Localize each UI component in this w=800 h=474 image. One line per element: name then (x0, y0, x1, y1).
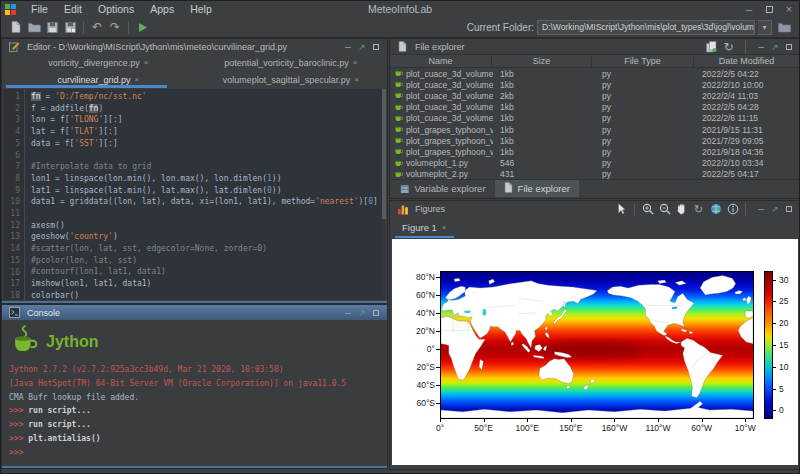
table-row[interactable]: plot_cuace_3d_volume_...2kbpy2022/2/4 11… (391, 90, 799, 101)
close-figure-tab-icon[interactable]: × (442, 223, 447, 232)
file-name: plot_cuace_3d_volume-... (406, 69, 493, 79)
close-tab-icon[interactable]: × (353, 58, 358, 67)
code-line: f = addfile(fn) (31, 103, 386, 115)
column-header-size[interactable]: Size (492, 55, 592, 67)
close-tab-icon[interactable]: × (144, 58, 149, 67)
editor-tab-vorticity_divergence[interactable]: vorticity_divergence.py× (2, 54, 195, 71)
x-tick-mark (571, 419, 572, 422)
menu-apps[interactable]: Apps (142, 3, 182, 15)
file-size: 1kb (493, 147, 593, 157)
undo-icon[interactable]: ↶ (88, 18, 106, 36)
close-tab-icon[interactable]: × (354, 75, 359, 84)
table-row[interactable]: plot_grapes_typhoon_v...1kbpy2021/9/15 1… (391, 124, 799, 135)
rotate-icon[interactable]: ↻ (690, 202, 707, 217)
python-file-icon (394, 90, 403, 101)
console-line: CMA Bufr lookup file added. (9, 391, 380, 405)
editor-vertical-scrollbar[interactable] (382, 89, 386, 298)
figures-header-buttons: –↗ (754, 202, 796, 216)
zoom-out-icon[interactable] (656, 202, 673, 217)
y-tick-label: 40°N (394, 308, 435, 318)
table-row[interactable]: plot_cuace_3d_volume_s...1kbpy2022/2/6 1… (391, 113, 799, 124)
zoom-in-icon[interactable] (639, 202, 656, 217)
redo-icon[interactable]: ↷ (106, 18, 124, 36)
select-arrow-icon[interactable] (613, 202, 630, 217)
code-line: lon1 = linspace(lon.min(), lon.max(), lo… (31, 173, 386, 185)
menu-help[interactable]: Help (182, 3, 220, 15)
new-file-icon[interactable] (7, 18, 25, 36)
column-header-date-modified[interactable]: Date Modified (694, 55, 800, 67)
toolbar-separator (128, 21, 129, 34)
save-icon[interactable] (43, 18, 61, 36)
console-line: [Java HotSpot(TM) 64-Bit Server VM (Orac… (9, 377, 380, 391)
column-header-name[interactable]: Name (390, 55, 492, 67)
pan-hand-icon[interactable] (673, 202, 690, 217)
table-row[interactable]: plot_cuace_3d_volume-...1kbpy2022/2/5 04… (391, 68, 799, 79)
maximize-button[interactable] (369, 306, 383, 320)
grid-table-icon: ▦ (400, 183, 409, 195)
file-name: plot_grapes_typhoon_v... (406, 147, 493, 157)
table-row[interactable]: plot_cuace_3d_volume.py1kbpy2022/2/10 10… (391, 79, 799, 90)
menu-options[interactable]: Options (90, 3, 142, 15)
editor-title: Editor - D:\Working\MIScript\Jython\mis\… (27, 42, 287, 52)
menu-file[interactable]: File (23, 3, 56, 15)
line-number: 10 (3, 196, 20, 208)
minimize-button[interactable]: – (754, 40, 768, 54)
figure-area[interactable]: 0°50°E100°E150°E160°W110°W60°W10°W80°N60… (392, 239, 798, 465)
identify-icon[interactable] (724, 202, 741, 217)
file-icon (504, 182, 513, 195)
minimize-button[interactable]: – (341, 40, 355, 54)
figure-tab[interactable]: Figure 1 × (395, 217, 454, 238)
table-row[interactable]: volumeplot_2.py431py2022/2/5 04:17 (391, 169, 799, 179)
editor-horizontal-scrollbar[interactable] (2, 301, 387, 303)
refresh-icon[interactable]: ↻ (720, 39, 737, 54)
file-table: plot_cuace_3d_volume-...1kbpy2022/2/5 04… (391, 68, 799, 179)
float-button[interactable]: ↗ (768, 40, 782, 54)
table-row[interactable]: plot_cuace_3d_volume_...1kbpy2022/2/5 04… (391, 102, 799, 113)
editor-header: Editor - D:\Working\MIScript\Jython\mis\… (2, 39, 387, 54)
x-tick-label: 10°W (729, 423, 761, 433)
code-line: #Interpolate data to grid (31, 161, 386, 173)
chevron-down-icon[interactable]: ▾ (758, 20, 772, 35)
column-header-file-type[interactable]: File Type (592, 55, 694, 67)
figures-title: Figures (415, 204, 445, 214)
line-number: 1 (3, 91, 20, 103)
code-line (31, 208, 386, 220)
editor-tab-volumeplot_sagittal_specular[interactable]: volumeplot_sagittal_specular.py× (195, 71, 388, 88)
float-button[interactable]: ↗ (355, 306, 369, 320)
table-row[interactable]: volumeplot_1.py546py2022/2/10 03:34 (391, 158, 799, 169)
minimize-button[interactable]: – (754, 202, 768, 216)
colorbar-tick-label: 30 (779, 275, 788, 285)
maximize-button[interactable] (782, 202, 796, 216)
minimize-button[interactable]: – (341, 306, 355, 320)
run-icon[interactable] (133, 18, 151, 36)
float-button[interactable]: ↗ (355, 40, 369, 54)
copy-file-icon[interactable] (703, 39, 720, 54)
editor-tab-label: volumeplot_sagittal_specular.py (223, 75, 351, 85)
table-row[interactable]: plot_grapes_typhoon_v...1kbpy2021/7/29 0… (391, 135, 799, 146)
editor-tab-potential_vorticity_baroclinic[interactable]: potential_vorticity_baroclinic.py× (195, 54, 388, 71)
open-folder-icon[interactable] (25, 18, 43, 36)
float-button[interactable]: ↗ (768, 202, 782, 216)
toolbar-separator (83, 21, 84, 34)
table-row[interactable]: plot_grapes_typhoon_v...1kbpy2021/9/18 0… (391, 146, 799, 157)
globe-icon[interactable] (707, 202, 724, 217)
maximize-button[interactable] (759, 1, 779, 17)
maximize-button[interactable] (782, 40, 796, 54)
file-type: py (593, 125, 695, 135)
console-output[interactable]: Jython Jython 2.7.2 (v2.7.2:925a3cc3b49d… (3, 320, 386, 465)
colorbar-tick-mark (773, 301, 776, 302)
close-tab-icon[interactable]: × (134, 75, 139, 84)
line-number: 7 (3, 161, 20, 173)
browse-folder-icon[interactable] (775, 18, 793, 36)
current-folder-combobox[interactable]: D:\Working\MIScript\Jython\mis\plot_type… (537, 20, 755, 35)
menu-edit[interactable]: Edit (56, 3, 90, 15)
editor-tab-curvilinear_grid[interactable]: curvilinear_grid.py× (2, 71, 195, 88)
minimize-button[interactable]: – (739, 1, 759, 17)
editor-panel: Editor - D:\Working\MIScript\Jython\mis\… (1, 38, 388, 304)
tab-file-explorer[interactable]: File explorer (495, 180, 579, 197)
maximize-button[interactable] (369, 40, 383, 54)
tab-variable-explorer[interactable]: ▦Variable explorer (391, 180, 495, 197)
save-as-icon[interactable] (61, 18, 79, 36)
close-button[interactable]: × (779, 1, 799, 17)
code-editor[interactable]: 123456789101112131415161718 fn = 'D:/Tem… (3, 89, 386, 300)
